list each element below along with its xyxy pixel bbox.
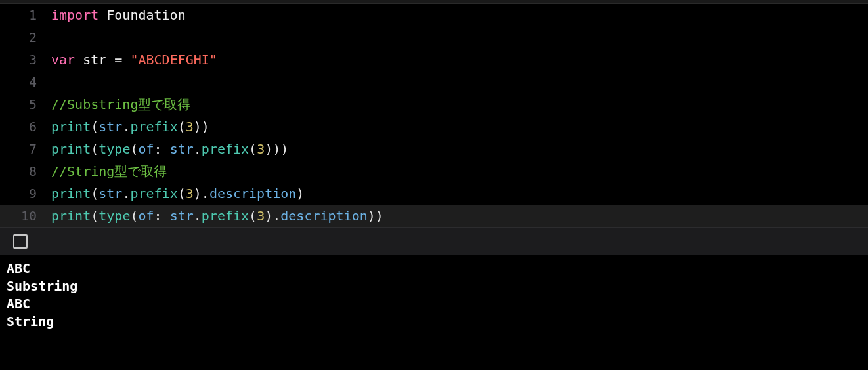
token-func: prefix (202, 141, 249, 157)
token-func: type (98, 208, 130, 224)
line-number: 2 (0, 26, 51, 49)
console-toggle-checkbox[interactable] (13, 234, 28, 249)
token-keyword: import (51, 7, 98, 23)
code-line[interactable]: 6print(str.prefix(3)) (0, 115, 868, 138)
token-prop: description (280, 208, 367, 224)
token-paren: ( (249, 141, 257, 157)
code-line[interactable]: 2 (0, 26, 868, 49)
line-number: 10 (0, 205, 51, 227)
token-blue: str (98, 186, 122, 201)
token-paren: ( (91, 186, 98, 201)
token-prop: description (209, 186, 296, 201)
line-number: 8 (0, 160, 51, 182)
token-func: print (51, 208, 91, 224)
token-paren: ( (178, 186, 186, 201)
token-blue: str (170, 208, 194, 224)
token-op: . (272, 208, 280, 224)
code-line[interactable]: 5//Substring型で取得 (0, 93, 868, 115)
token-num: 3 (257, 208, 265, 224)
token-paren: ( (91, 208, 98, 224)
code-line[interactable]: 3var str = "ABCDEFGHI" (0, 49, 868, 71)
token-op: . (194, 208, 202, 224)
code-content[interactable]: import Foundation (51, 4, 868, 26)
token-label: of (138, 208, 154, 224)
token-paren: ) (368, 208, 376, 224)
token-paren: ( (178, 119, 186, 134)
token-num: 3 (186, 186, 194, 201)
token-func: print (51, 119, 91, 134)
token-paren: ( (130, 141, 138, 157)
console-output: ABCSubstringABCString (0, 256, 868, 337)
token-blue: str (98, 119, 122, 134)
token-comment: //Substring型で取得 (51, 96, 190, 112)
token-func: prefix (130, 119, 177, 134)
console-line: ABC (7, 295, 861, 313)
token-num: 3 (186, 119, 194, 134)
token-string: "ABCDEFGHI" (130, 52, 217, 68)
code-line[interactable]: 10print(type(of: str.prefix(3).descripti… (0, 205, 868, 227)
code-editor[interactable]: 1import Foundation23var str = "ABCDEFGHI… (0, 4, 868, 227)
code-line[interactable]: 8//String型で取得 (0, 160, 868, 182)
token-op: . (122, 119, 130, 134)
token-comment: //String型で取得 (51, 163, 167, 179)
line-number: 3 (0, 49, 51, 71)
token-paren: ) (202, 119, 209, 134)
code-line[interactable]: 1import Foundation (0, 4, 868, 26)
code-line[interactable]: 9print(str.prefix(3).description) (0, 182, 868, 205)
token-blue: str (170, 141, 194, 157)
token-paren: ) (265, 141, 272, 157)
line-number: 6 (0, 115, 51, 138)
code-content[interactable]: print(str.prefix(3).description) (51, 182, 868, 205)
code-content[interactable]: print(type(of: str.prefix(3).description… (51, 205, 868, 227)
code-content[interactable]: //String型で取得 (51, 160, 868, 182)
token-paren: ) (265, 208, 272, 224)
token-paren: ( (130, 208, 138, 224)
token-keyword: var (51, 52, 75, 68)
token-func: print (51, 186, 91, 201)
line-number: 7 (0, 138, 51, 160)
token-paren: ( (91, 141, 98, 157)
line-number: 1 (0, 4, 51, 26)
token-func: print (51, 141, 91, 157)
console-toolbar (0, 227, 868, 256)
line-number: 9 (0, 182, 51, 205)
token-op: . (122, 186, 130, 201)
code-content[interactable]: var str = "ABCDEFGHI" (51, 49, 868, 71)
token-paren: ) (296, 186, 304, 201)
token-paren: ) (194, 186, 202, 201)
line-number: 4 (0, 71, 51, 93)
token-paren: ( (249, 208, 257, 224)
console-line: String (7, 313, 861, 331)
code-content[interactable]: print(type(of: str.prefix(3))) (51, 138, 868, 160)
token-num: 3 (257, 141, 265, 157)
token-func: prefix (130, 186, 177, 201)
token-paren: ) (280, 141, 288, 157)
code-content[interactable]: //Substring型で取得 (51, 93, 868, 115)
code-line[interactable]: 7print(type(of: str.prefix(3))) (0, 138, 868, 160)
token-op: . (194, 141, 202, 157)
token-paren: ) (376, 208, 383, 224)
console-line: ABC (7, 260, 861, 278)
code-line[interactable]: 4 (0, 71, 868, 93)
token-ident: str (75, 52, 114, 68)
token-op: : (154, 208, 170, 224)
token-op: . (202, 186, 209, 201)
token-op: : (154, 141, 170, 157)
token-paren: ) (272, 141, 280, 157)
console-line: Substring (7, 278, 861, 295)
code-content[interactable]: print(str.prefix(3)) (51, 115, 868, 138)
token-ident: Foundation (98, 7, 185, 23)
token-op: = (114, 52, 130, 68)
token-paren: ( (91, 119, 98, 134)
token-paren: ) (194, 119, 202, 134)
token-func: type (98, 141, 130, 157)
token-func: prefix (202, 208, 249, 224)
line-number: 5 (0, 93, 51, 115)
token-label: of (138, 141, 154, 157)
